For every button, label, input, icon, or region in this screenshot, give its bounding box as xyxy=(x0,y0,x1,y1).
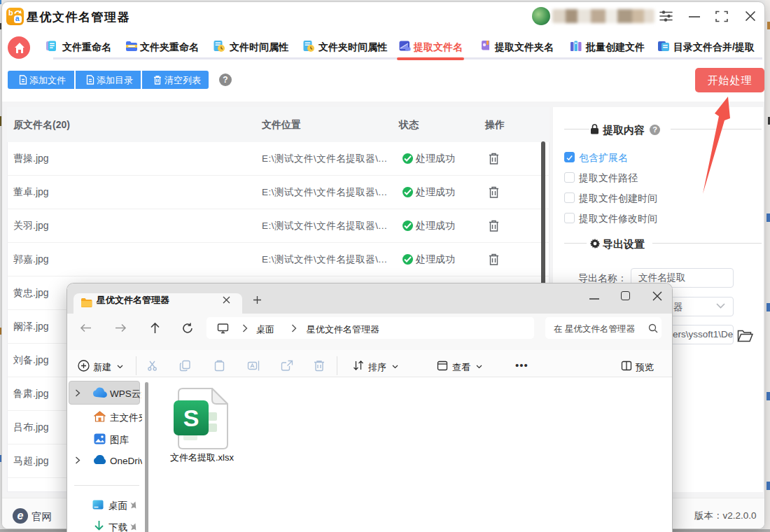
svg-text:S: S xyxy=(183,405,200,431)
